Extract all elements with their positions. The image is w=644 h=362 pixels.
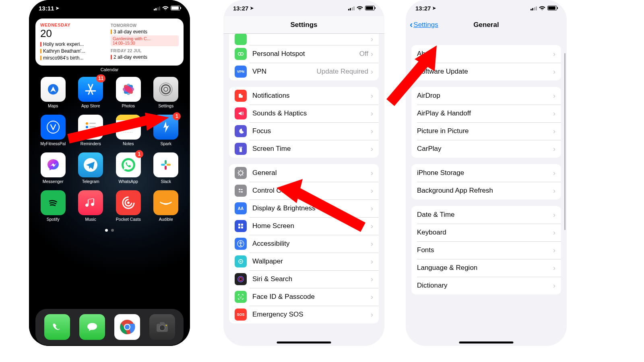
app-pocketcasts[interactable]: Pocket Casts xyxy=(111,190,145,222)
svg-point-39 xyxy=(165,325,167,326)
app-reminders[interactable]: Reminders xyxy=(74,115,108,146)
widget-event: Kathryn Beatham'... xyxy=(40,48,108,54)
row-accessibility[interactable]: Accessibility› xyxy=(229,235,379,253)
dock xyxy=(35,309,184,345)
notes-icon xyxy=(116,115,141,140)
home-indicator[interactable] xyxy=(277,341,331,343)
app-music[interactable]: Music xyxy=(74,190,108,222)
pocketcasts-icon xyxy=(116,190,141,215)
status-bar: 13:27➤ xyxy=(223,0,384,16)
row-display-brightness[interactable]: AADisplay & Brightness› xyxy=(229,200,379,217)
row-notifications[interactable]: Notifications› xyxy=(229,87,379,105)
app-spark[interactable]: 1Spark xyxy=(149,115,183,146)
page-indicator[interactable] xyxy=(29,229,190,232)
app-myfitnesspal[interactable]: MyFitnessPal xyxy=(36,115,70,146)
app-telegram[interactable]: Telegram xyxy=(74,152,108,184)
chevron-right-icon: › xyxy=(371,257,373,266)
app-whatsapp[interactable]: 1WhatsApp xyxy=(111,152,145,184)
settings-list[interactable]: › Personal Hotspot Off › VPN VPN Update … xyxy=(223,34,384,346)
row-faceid[interactable]: Face ID & Passcode› xyxy=(229,288,379,306)
row-mobile-data-partial[interactable]: › xyxy=(229,34,379,45)
spark-badge: 1 xyxy=(173,112,181,120)
row-fonts[interactable]: Fonts› xyxy=(411,241,561,259)
app-appstore[interactable]: 11App Store xyxy=(74,77,108,108)
row-airdrop[interactable]: AirDrop› xyxy=(411,87,561,105)
screenshot-settings-root: 13:27➤ Settings › Personal Hotspot Off ›… xyxy=(223,0,384,346)
row-background-app-refresh[interactable]: Background App Refresh› xyxy=(411,182,561,200)
row-vpn[interactable]: VPN VPN Update Required › xyxy=(229,63,379,80)
svg-point-13 xyxy=(86,122,88,125)
row-about[interactable]: About› xyxy=(411,45,561,63)
svg-point-71 xyxy=(239,296,240,296)
svg-point-72 xyxy=(241,296,242,296)
nav-bar: ‹Settings General xyxy=(406,16,567,34)
app-phone[interactable] xyxy=(44,314,70,340)
row-sounds-haptics[interactable]: Sounds & Haptics› xyxy=(229,105,379,122)
svg-point-15 xyxy=(86,130,88,132)
app-maps[interactable]: Maps xyxy=(36,77,70,108)
app-settings[interactable]: Settings xyxy=(149,77,183,108)
row-emergency-sos[interactable]: SOSEmergency SOS› xyxy=(229,306,379,323)
row-home-screen[interactable]: Home Screen› xyxy=(229,217,379,235)
svg-point-12 xyxy=(47,121,59,133)
svg-point-69 xyxy=(238,276,244,282)
svg-rect-25 xyxy=(167,164,171,166)
app-spotify[interactable]: Spotify xyxy=(36,190,70,222)
widget-event: 3 all-day events xyxy=(111,29,179,35)
slack-icon xyxy=(153,152,178,177)
row-screen-time[interactable]: Screen Time› xyxy=(229,140,379,158)
back-button[interactable]: ‹Settings xyxy=(410,20,438,30)
row-dictionary[interactable]: Dictionary› xyxy=(411,277,561,294)
chevron-right-icon: › xyxy=(371,204,373,213)
app-messenger[interactable]: Messenger xyxy=(36,152,70,184)
calendar-widget[interactable]: WEDNESDAY 20 Holly work experi... Kathry… xyxy=(35,19,184,66)
row-siri-search[interactable]: Siri & Search› xyxy=(229,270,379,288)
row-general[interactable]: General› xyxy=(229,164,379,182)
app-camera[interactable] xyxy=(149,314,175,340)
app-slack[interactable]: Slack xyxy=(149,152,183,184)
svg-rect-17 xyxy=(89,126,96,128)
app-chrome[interactable] xyxy=(114,314,140,340)
row-language-region[interactable]: Language & Region› xyxy=(411,259,561,277)
widget-event: mirsco984's birth... xyxy=(40,55,108,61)
row-control-centre[interactable]: Control Centre› xyxy=(229,182,379,200)
controlcentre-icon xyxy=(235,185,247,197)
app-messages[interactable] xyxy=(79,314,105,340)
row-iphone-storage[interactable]: iPhone Storage› xyxy=(411,164,561,182)
photos-icon xyxy=(116,77,141,102)
row-date-time[interactable]: Date & Time› xyxy=(411,206,561,224)
vpn-icon: VPN xyxy=(235,66,247,78)
row-software-update[interactable]: Software Update› xyxy=(411,63,561,80)
widget-tomorrow-head: TOMORROW xyxy=(111,23,179,28)
general-list[interactable]: About› Software Update› AirDrop› AirPlay… xyxy=(406,34,567,346)
battery-icon xyxy=(171,6,180,10)
row-picture-in-picture[interactable]: Picture in Picture› xyxy=(411,122,561,140)
row-keyboard[interactable]: Keyboard› xyxy=(411,224,561,241)
row-carplay[interactable]: CarPlay› xyxy=(411,140,561,158)
chevron-right-icon: › xyxy=(371,311,373,319)
chevron-right-icon: › xyxy=(553,187,555,195)
row-wallpaper[interactable]: Wallpaper› xyxy=(229,253,379,270)
app-audible[interactable]: Audible xyxy=(149,190,183,222)
chevron-right-icon: › xyxy=(371,293,373,301)
svg-rect-57 xyxy=(238,224,240,226)
home-indicator[interactable] xyxy=(459,341,514,343)
row-focus[interactable]: Focus› xyxy=(229,122,379,140)
chevron-right-icon: › xyxy=(371,109,373,118)
clock: 13:27 xyxy=(233,5,248,12)
scroll-indicator xyxy=(564,53,566,230)
svg-rect-54 xyxy=(241,189,243,190)
app-notes[interactable]: Notes xyxy=(111,115,145,146)
hotspot-icon xyxy=(235,48,247,60)
siri-icon xyxy=(235,273,247,285)
chevron-right-icon: › xyxy=(553,127,555,136)
app-photos[interactable]: Photos xyxy=(111,77,145,108)
row-airplay-handoff[interactable]: AirPlay & Handoff› xyxy=(411,105,561,122)
widget-day-label: WEDNESDAY xyxy=(40,23,108,27)
location-icon: ➤ xyxy=(432,6,436,11)
chevron-right-icon: › xyxy=(371,187,373,195)
row-personal-hotspot[interactable]: Personal Hotspot Off › xyxy=(229,45,379,63)
svg-line-49 xyxy=(238,171,239,171)
telegram-icon xyxy=(78,152,103,177)
cell-signal-icon xyxy=(348,6,355,10)
